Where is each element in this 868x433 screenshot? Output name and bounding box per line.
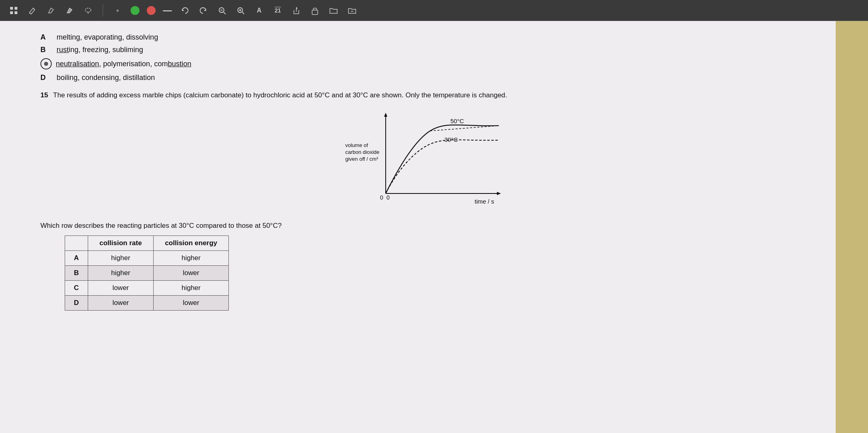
row-c-letter: C: [65, 280, 88, 295]
svg-text:50°C: 50°C: [450, 118, 464, 124]
row-b-letter: B: [65, 265, 88, 280]
option-d: D boiling, condensing, distillation: [40, 74, 811, 82]
svg-marker-14: [384, 113, 387, 117]
paper-area: A melting, evaporating, dissolving B rus…: [0, 21, 836, 433]
row-d-collision-rate: lower: [88, 295, 154, 310]
option-c-text: neutralisation, polymerisation, combusti…: [56, 60, 191, 68]
right-panel: [836, 21, 868, 433]
option-d-letter: D: [40, 74, 53, 82]
graph-container: 0 0 50°C 30°C volume of carbon dioxide: [40, 109, 811, 214]
zoom-out-icon[interactable]: [216, 5, 228, 16]
svg-rect-12: [312, 10, 318, 15]
zoom-in-icon[interactable]: [235, 5, 246, 16]
table-row: B higher lower: [65, 265, 229, 280]
svg-text:0: 0: [386, 194, 390, 201]
dash-button[interactable]: —: [163, 5, 172, 16]
table-row: C lower higher: [65, 280, 229, 295]
svg-line-7: [224, 12, 226, 14]
divider: [103, 4, 103, 17]
svg-text:30°C: 30°C: [444, 136, 458, 143]
svg-text:given off / cm³: given off / cm³: [345, 156, 378, 162]
option-b-text: rusting, freezing, subliming: [57, 46, 143, 54]
svg-line-11: [242, 12, 244, 14]
svg-rect-2: [10, 11, 13, 14]
table-header-collision-energy: collision energy: [153, 235, 228, 250]
lasso-icon[interactable]: [82, 5, 94, 16]
option-d-text: boiling, condensing, distillation: [57, 74, 155, 82]
svg-rect-3: [15, 11, 17, 14]
option-a-letter: A: [40, 33, 53, 42]
a-text-icon[interactable]: A: [253, 5, 265, 16]
answer-options: A melting, evaporating, dissolving B rus…: [40, 33, 811, 82]
table-header-empty: [65, 235, 88, 250]
row-a-collision-energy: higher: [153, 250, 228, 265]
row-c-collision-rate: lower: [88, 280, 154, 295]
undo-icon[interactable]: [179, 5, 190, 16]
option-c: neutralisation, polymerisation, combusti…: [40, 58, 811, 69]
selected-circle: [40, 58, 52, 69]
svg-text:time / s: time / s: [475, 198, 494, 205]
table-header-collision-rate: collision rate: [88, 235, 154, 250]
svg-rect-0: [10, 7, 13, 10]
svg-text:volume of: volume of: [345, 142, 368, 148]
question-15-number: 15: [40, 91, 48, 99]
table-row: D lower lower: [65, 295, 229, 310]
eraser-filled-icon[interactable]: [64, 5, 75, 16]
lock-icon[interactable]: [309, 5, 321, 16]
option-b: B rusting, freezing, subliming: [40, 46, 811, 54]
numbered-list-icon[interactable]: 21: [272, 5, 283, 16]
option-a-text: melting, evaporating, dissolving: [57, 33, 158, 42]
row-a-letter: A: [65, 250, 88, 265]
graph-svg: 0 0 50°C 30°C volume of carbon dioxide: [341, 109, 511, 214]
svg-rect-1: [15, 7, 17, 10]
question-prompt: Which row describes the reacting particl…: [40, 222, 811, 230]
question-15-body: The results of adding excess marble chip…: [53, 91, 507, 99]
share-icon[interactable]: [291, 5, 302, 16]
question-15-block: 15 The results of adding excess marble c…: [40, 90, 811, 311]
toolbar: ● — A 21: [0, 0, 868, 21]
table-row: A higher higher: [65, 250, 229, 265]
svg-text:carbon dioxide: carbon dioxide: [345, 149, 380, 155]
question-15-text: 15 The results of adding excess marble c…: [40, 90, 811, 101]
row-a-collision-rate: higher: [88, 250, 154, 265]
option-b-letter: B: [40, 46, 53, 54]
collision-table: collision rate collision energy A higher…: [65, 235, 229, 311]
option-a: A melting, evaporating, dissolving: [40, 33, 811, 42]
green-circle-button[interactable]: [131, 6, 139, 15]
row-c-collision-energy: higher: [153, 280, 228, 295]
inactive-circle-icon: ●: [112, 5, 123, 16]
pencil-icon[interactable]: [27, 5, 38, 16]
row-b-collision-energy: lower: [153, 265, 228, 280]
svg-point-4: [85, 8, 91, 12]
red-circle-button[interactable]: [147, 6, 156, 15]
row-b-collision-rate: higher: [88, 265, 154, 280]
svg-text:0: 0: [380, 194, 383, 201]
main-content: A melting, evaporating, dissolving B rus…: [0, 21, 868, 433]
redo-icon[interactable]: [198, 5, 209, 16]
folder-icon[interactable]: [328, 5, 339, 16]
eraser-outline-icon[interactable]: [45, 5, 57, 16]
row-d-collision-energy: lower: [153, 295, 228, 310]
row-d-letter: D: [65, 295, 88, 310]
grid-icon[interactable]: [8, 5, 19, 16]
folder2-icon[interactable]: [346, 5, 358, 16]
svg-marker-16: [497, 192, 501, 195]
